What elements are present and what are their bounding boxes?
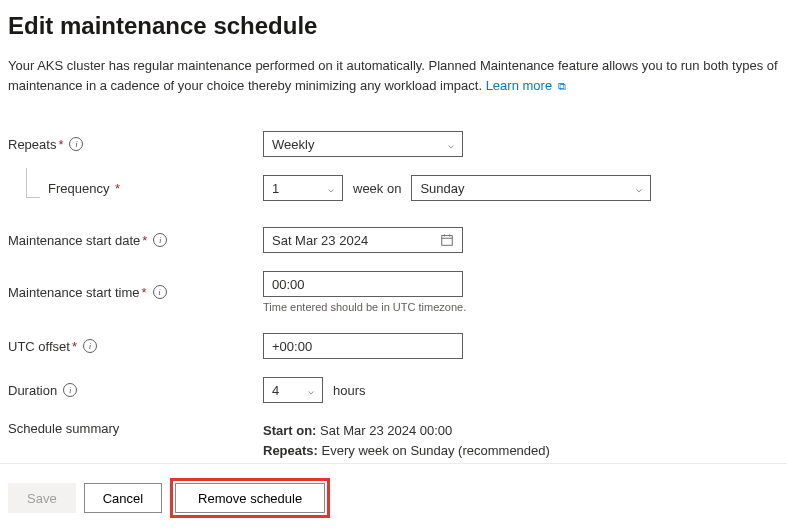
duration-label: Duration i	[8, 383, 263, 398]
description: Your AKS cluster has regular maintenance…	[8, 56, 779, 95]
utc-offset-input[interactable]: +00:00	[263, 333, 463, 359]
start-time-input[interactable]: 00:00	[263, 271, 463, 297]
cancel-button[interactable]: Cancel	[84, 483, 162, 513]
save-button: Save	[8, 483, 76, 513]
frequency-select[interactable]: 1 ⌵	[263, 175, 343, 201]
week-on-text: week on	[353, 181, 401, 196]
start-date-input[interactable]: Sat Mar 23 2024	[263, 227, 463, 253]
footer: Save Cancel Remove schedule	[0, 463, 787, 532]
info-icon[interactable]: i	[153, 285, 167, 299]
page-title: Edit maintenance schedule	[8, 12, 779, 40]
remove-highlight: Remove schedule	[170, 478, 330, 518]
start-time-helper: Time entered should be in UTC timezone.	[263, 301, 466, 313]
summary-content: Start on: Sat Mar 23 2024 00:00 Repeats:…	[263, 421, 550, 460]
repeats-label: Repeats* i	[8, 137, 263, 152]
info-icon[interactable]: i	[153, 233, 167, 247]
duration-select[interactable]: 4 ⌵	[263, 377, 323, 403]
summary-label: Schedule summary	[8, 421, 263, 436]
hours-text: hours	[333, 383, 366, 398]
svg-rect-0	[442, 236, 453, 246]
frequency-label: Frequency *	[48, 181, 263, 196]
chevron-down-icon: ⌵	[636, 183, 642, 194]
tree-line	[26, 168, 40, 198]
utc-offset-label: UTC offset * i	[8, 339, 263, 354]
start-time-label: Maintenance start time * i	[8, 285, 263, 300]
info-icon[interactable]: i	[69, 137, 83, 151]
info-icon[interactable]: i	[63, 383, 77, 397]
chevron-down-icon: ⌵	[328, 183, 334, 194]
chevron-down-icon: ⌵	[448, 139, 454, 150]
calendar-icon	[440, 233, 454, 247]
remove-schedule-button[interactable]: Remove schedule	[175, 483, 325, 513]
external-link-icon: ⧉	[558, 80, 566, 92]
repeats-select[interactable]: Weekly ⌵	[263, 131, 463, 157]
day-select[interactable]: Sunday ⌵	[411, 175, 651, 201]
learn-more-link[interactable]: Learn more ⧉	[486, 78, 566, 93]
start-date-label: Maintenance start date * i	[8, 233, 263, 248]
chevron-down-icon: ⌵	[308, 385, 314, 396]
info-icon[interactable]: i	[83, 339, 97, 353]
